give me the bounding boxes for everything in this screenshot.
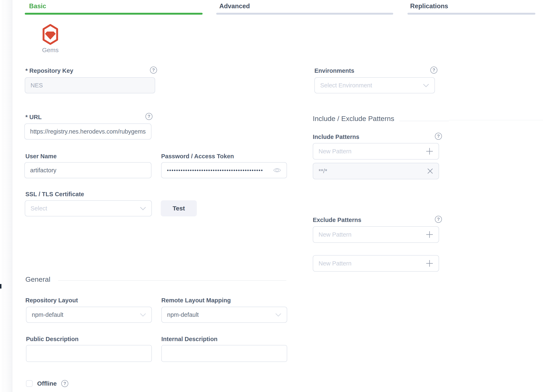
tab-advanced[interactable]: Advanced [219,2,250,10]
ssl-certificate-select[interactable]: Select [25,200,152,216]
exclude-pattern-input[interactable] [318,231,426,238]
internal-description-label: Internal Description [161,336,217,342]
password-field-box[interactable]: ••••••••••••••••••••••••••••••••••••••••… [161,162,287,178]
chevron-down-icon [423,82,429,89]
url-label: * URL [25,114,42,121]
url-help-icon[interactable]: ? [146,113,153,120]
drawer-edge-shadow [0,0,12,392]
ssl-certificate-label: SSL / TLS Certificate [25,191,84,198]
chevron-down-icon [140,205,146,212]
repository-layout-select[interactable]: npm-default [26,307,152,323]
offline-help-icon[interactable]: ? [61,380,68,387]
remove-include-pattern-icon[interactable] [427,168,433,174]
exclude-pattern-input-2[interactable] [318,260,426,267]
package-type-label: Gems [36,47,65,54]
repository-key-label: * Repository Key [25,67,73,74]
include-exclude-patterns-header: Include / Exclude Patterns [313,115,394,123]
internal-description-textarea[interactable] [161,345,287,362]
add-include-pattern-icon[interactable] [426,148,433,155]
repository-key-field-box [25,77,155,93]
include-patterns-help-icon[interactable]: ? [435,133,442,140]
remote-layout-mapping-label: Remote Layout Mapping [161,297,231,304]
include-pattern-new-row [313,143,439,160]
include-pattern-row [313,163,439,179]
add-exclude-pattern-icon[interactable] [426,260,433,267]
user-name-label: User Name [25,153,57,160]
exclude-pattern-new-row [313,226,439,243]
tab-basic[interactable]: Basic [29,2,46,10]
background-page-fragment [0,284,1,288]
repository-layout-value: npm-default [32,311,63,318]
repository-config-panel: Basic Advanced Replications Gems * Repos… [0,0,543,392]
exclude-patterns-label: Exclude Patterns [313,217,361,223]
drawer-inner-line [3,0,3,392]
ssl-certificate-placeholder: Select [31,205,47,212]
offline-label: Offline [37,380,57,387]
show-password-eye-icon[interactable] [273,167,281,173]
include-pattern-input[interactable] [318,148,426,155]
chevron-down-icon [275,311,281,318]
url-input[interactable] [30,128,146,135]
tab-advanced-underline[interactable] [216,13,393,15]
tab-replications[interactable]: Replications [410,2,448,10]
offline-checkbox[interactable] [26,380,33,387]
user-name-field-box [24,162,151,178]
add-exclude-pattern-icon[interactable] [426,231,433,238]
test-button[interactable]: Test [161,200,197,216]
remote-layout-mapping-select[interactable]: npm-default [161,307,287,323]
section-divider [399,121,449,121]
public-description-label: Public Description [26,336,79,342]
offline-row: Offline ? [26,380,68,387]
tab-replications-underline[interactable] [407,13,535,15]
gem-hexagon-icon [42,24,59,45]
include-patterns-label: Include Patterns [313,133,359,140]
gems-package-icon [42,24,59,45]
remote-layout-mapping-value: npm-default [167,311,199,318]
tab-basic-underline[interactable] [25,13,203,15]
environments-label: Environments [314,67,354,74]
environments-help-icon[interactable]: ? [430,66,437,74]
password-label: Password / Access Token [161,153,234,160]
include-pattern-value[interactable] [318,168,427,175]
general-section-header: General [25,275,50,283]
password-masked-value[interactable]: ••••••••••••••••••••••••••••••••••••••••… [167,167,273,174]
url-field-box [24,123,151,139]
exclude-pattern-new-row-2 [313,255,439,272]
section-divider [58,280,286,281]
environments-select[interactable]: Select Environment [314,77,435,93]
repository-layout-label: Repository Layout [25,297,78,304]
drawer-edge-line [12,0,12,392]
chevron-down-icon [140,311,146,318]
exclude-patterns-help-icon[interactable]: ? [435,216,442,223]
repository-key-input[interactable] [31,82,149,89]
user-name-input[interactable] [30,167,146,174]
environments-placeholder: Select Environment [320,82,372,89]
repository-key-help-icon[interactable]: ? [150,66,157,74]
public-description-textarea[interactable] [26,345,152,362]
section-divider [449,120,543,120]
